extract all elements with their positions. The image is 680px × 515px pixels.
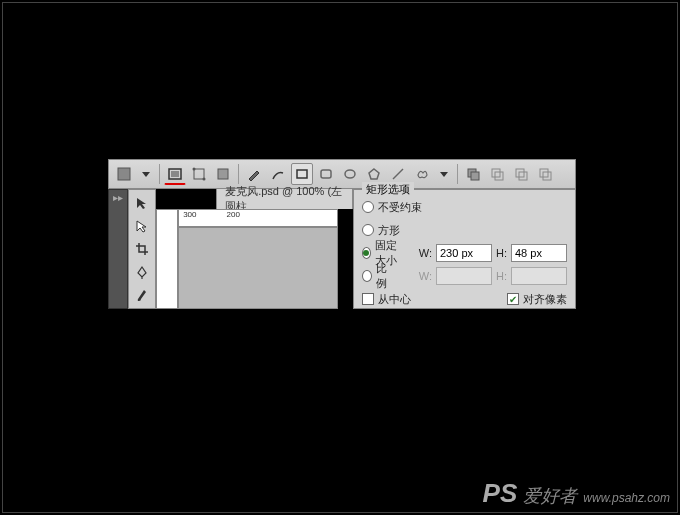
fill-swatch[interactable] <box>113 163 135 185</box>
label-from-center: 从中心 <box>378 292 411 307</box>
fill-pixels-icon[interactable] <box>212 163 234 185</box>
panel-title: 矩形选项 <box>362 182 414 197</box>
shape-layers-icon[interactable] <box>164 163 186 185</box>
combine-intersect-icon[interactable] <box>510 163 532 185</box>
svg-rect-7 <box>297 170 307 178</box>
crop-tool-icon[interactable] <box>131 240 153 259</box>
watermark-text: 爱好者 <box>523 484 577 508</box>
label-proportional: 比例 <box>376 261 394 291</box>
rectangle-options-panel: 矩形选项 不受约束 方形 固定大小 W: H: 比例 <box>353 189 576 309</box>
svg-rect-2 <box>171 171 179 177</box>
w-label-disabled: W: <box>419 270 432 282</box>
direct-selection-tool-icon[interactable] <box>131 217 153 236</box>
combine-exclude-icon[interactable] <box>534 163 556 185</box>
svg-rect-6 <box>218 169 228 179</box>
svg-rect-0 <box>118 168 130 180</box>
svg-line-10 <box>393 169 403 179</box>
ruler-vertical <box>156 209 178 309</box>
combine-subtract-icon[interactable] <box>486 163 508 185</box>
path-selection-tool-icon[interactable] <box>131 194 153 213</box>
svg-rect-17 <box>540 169 548 177</box>
svg-rect-14 <box>495 172 503 180</box>
svg-rect-13 <box>492 169 500 177</box>
radio-fixed-size[interactable] <box>362 247 371 259</box>
radio-unconstrained[interactable] <box>362 201 374 213</box>
ruler-horizontal: 300 200 <box>178 209 338 227</box>
tools-panel <box>128 189 156 309</box>
expand-arrows-icon[interactable]: ▸▸ <box>113 192 123 204</box>
rectangle-tool-icon[interactable] <box>291 163 313 185</box>
paths-icon[interactable] <box>188 163 210 185</box>
width-input[interactable] <box>436 244 492 262</box>
svg-rect-8 <box>321 170 331 178</box>
pen-tool-icon[interactable] <box>131 262 153 281</box>
svg-rect-16 <box>519 172 527 180</box>
label-snap-pixels: 对齐像素 <box>523 292 567 307</box>
h-label: H: <box>496 247 507 259</box>
height-input[interactable] <box>511 244 567 262</box>
freeform-pen-icon[interactable] <box>267 163 289 185</box>
document-tab[interactable]: 麦克风.psd @ 100% (左圆柱 <box>216 189 353 209</box>
svg-point-4 <box>193 168 196 171</box>
custom-shape-tool-icon[interactable] <box>411 163 433 185</box>
brush-tool-icon[interactable] <box>131 285 153 304</box>
collapsed-panel[interactable]: ▸▸ <box>108 189 128 309</box>
combine-add-icon[interactable] <box>462 163 484 185</box>
fill-dropdown[interactable] <box>137 163 155 185</box>
svg-point-9 <box>345 170 355 178</box>
rounded-rect-tool-icon[interactable] <box>315 163 337 185</box>
radio-proportional[interactable] <box>362 270 372 282</box>
svg-rect-12 <box>471 172 479 180</box>
pen-icon[interactable] <box>243 163 265 185</box>
label-unconstrained: 不受约束 <box>378 200 422 215</box>
w-label: W: <box>419 247 432 259</box>
label-square: 方形 <box>378 223 400 238</box>
watermark: PS 爱好者 www.psahz.com <box>483 478 670 509</box>
watermark-url: www.psahz.com <box>583 491 670 505</box>
svg-rect-1 <box>169 169 181 179</box>
prop-height-input <box>511 267 567 285</box>
shape-options-dropdown[interactable] <box>435 163 453 185</box>
svg-rect-18 <box>543 172 551 180</box>
svg-point-5 <box>203 178 206 181</box>
ellipse-tool-icon[interactable] <box>339 163 361 185</box>
watermark-logo: PS <box>483 478 518 509</box>
app-window: ▸▸ 麦克风.psd @ 100% (左圆柱 <box>108 159 576 329</box>
checkbox-from-center[interactable] <box>362 293 374 305</box>
canvas[interactable] <box>178 227 338 309</box>
checkbox-snap-pixels[interactable]: ✔ <box>507 293 519 305</box>
svg-rect-3 <box>194 169 204 179</box>
radio-square[interactable] <box>362 224 374 236</box>
h-label-disabled: H: <box>496 270 507 282</box>
prop-width-input <box>436 267 492 285</box>
svg-rect-11 <box>468 169 476 177</box>
svg-rect-15 <box>516 169 524 177</box>
